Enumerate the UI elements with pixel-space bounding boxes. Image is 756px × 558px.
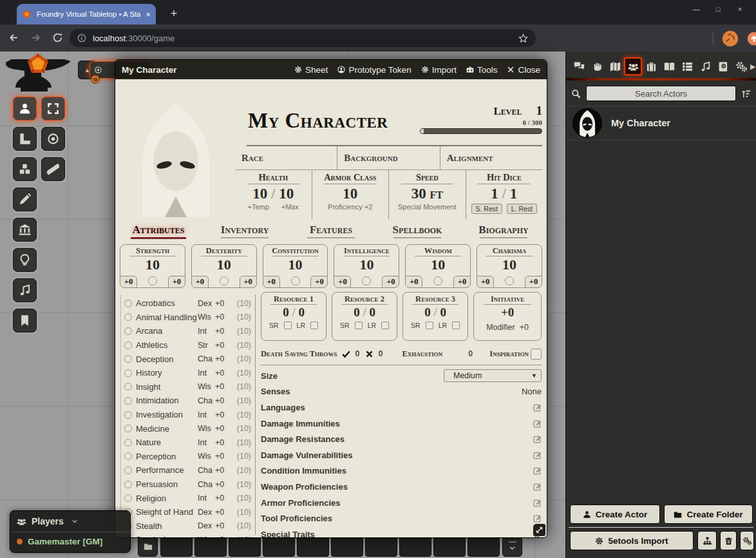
profile-avatar-icon[interactable] xyxy=(722,30,739,47)
short-rest-button[interactable]: S. Rest xyxy=(471,204,502,214)
hotbar-page-button[interactable] xyxy=(502,536,522,557)
scene-subtool-select[interactable] xyxy=(41,97,65,120)
scene-subtool-target[interactable] xyxy=(41,127,65,151)
bookmark-star-icon[interactable] xyxy=(518,34,528,43)
site-info-icon[interactable] xyxy=(77,34,86,43)
ability-proficiency-toggle[interactable] xyxy=(433,276,442,285)
skill-row[interactable]: Animal Handling Wis +0 (10) xyxy=(124,311,251,325)
ability-score[interactable]: 10 xyxy=(192,256,256,273)
ability-mod[interactable]: +0 xyxy=(382,276,399,288)
skill-row[interactable]: Performance Cha +0 (10) xyxy=(124,463,251,477)
sidebar-tab-actors[interactable] xyxy=(624,57,642,75)
new-tab-button[interactable]: + xyxy=(166,6,182,21)
skill-proficiency-toggle[interactable] xyxy=(124,383,132,390)
skill-row[interactable]: Acrobatics Dex +0 (10) xyxy=(124,296,251,311)
header-button-tools[interactable]: Tools xyxy=(466,65,498,75)
ability-proficiency-toggle[interactable] xyxy=(362,276,371,285)
long-rest-button[interactable]: L. Rest xyxy=(507,204,537,214)
macro-slot[interactable] xyxy=(297,536,329,557)
scene-tool-notes[interactable] xyxy=(13,309,37,332)
edit-icon[interactable] xyxy=(533,483,542,491)
ability-save[interactable]: +0 xyxy=(405,276,422,288)
skill-row[interactable]: Survival Wis +0 (10) xyxy=(124,533,251,538)
sidebar-collapse-icon[interactable]: ▶ xyxy=(750,63,755,71)
delete-button[interactable] xyxy=(720,531,737,550)
inspiration-checkbox[interactable] xyxy=(531,349,542,360)
skill-proficiency-toggle[interactable] xyxy=(124,397,132,405)
scene-tool-tiles[interactable] xyxy=(13,157,37,181)
macro-slot[interactable] xyxy=(365,536,397,557)
create-actor-button[interactable]: Create Actor xyxy=(570,505,660,524)
ability-save[interactable]: +0 xyxy=(334,276,351,288)
skill-row[interactable]: Insight Wis +0 (10) xyxy=(124,380,251,394)
header-button-close[interactable]: Close xyxy=(507,65,540,75)
sidebar-tab-tables[interactable] xyxy=(678,57,696,75)
actor-list-item[interactable]: My Character xyxy=(566,106,756,140)
field-race[interactable]: Race xyxy=(235,146,337,169)
ability-mod[interactable]: +0 xyxy=(453,276,471,288)
reload-button[interactable] xyxy=(52,32,63,43)
ability-score[interactable]: 10 xyxy=(477,256,542,273)
sidebar-tab-combat[interactable] xyxy=(588,57,606,75)
macro-folder-button[interactable] xyxy=(138,536,158,557)
death-failure-icon[interactable] xyxy=(365,350,373,358)
settings-button[interactable] xyxy=(740,531,754,550)
macro-slot[interactable] xyxy=(194,536,227,557)
character-name[interactable]: My Character xyxy=(248,101,388,145)
death-success-icon[interactable] xyxy=(342,350,350,358)
sidebar-tab-chat[interactable] xyxy=(570,57,588,75)
back-button[interactable] xyxy=(8,32,19,43)
skill-row[interactable]: Investigation Int +0 (10) xyxy=(124,408,251,422)
field-background[interactable]: Background xyxy=(337,146,440,169)
players-header[interactable]: Players xyxy=(10,511,130,532)
macro-slot[interactable] xyxy=(468,536,500,557)
sort-icon[interactable] xyxy=(741,89,751,99)
field-alignment[interactable]: Alignment xyxy=(440,146,542,169)
ability-save[interactable]: +0 xyxy=(120,276,137,288)
tab-close-icon[interactable]: × xyxy=(146,10,151,19)
ability-score[interactable]: 10 xyxy=(334,256,399,273)
sheet-tab-features[interactable]: Features xyxy=(288,222,374,243)
sidebar-tab-scenes[interactable] xyxy=(606,57,624,75)
scene-tool-measure[interactable] xyxy=(13,127,37,151)
xp-text[interactable]: 0 / 300 xyxy=(420,119,542,126)
skill-proficiency-toggle[interactable] xyxy=(124,481,132,488)
window-header[interactable]: My Character SheetPrototype TokenImportT… xyxy=(115,60,547,79)
skill-proficiency-toggle[interactable] xyxy=(124,369,132,377)
sidebar-tab-playlists[interactable] xyxy=(696,57,714,75)
edit-icon[interactable] xyxy=(533,451,542,459)
ability-mod[interactable]: +0 xyxy=(240,276,257,288)
ability-save[interactable]: +0 xyxy=(191,276,209,288)
skill-proficiency-toggle[interactable] xyxy=(124,327,132,335)
ability-score[interactable]: 10 xyxy=(263,256,328,273)
5etools-import-button[interactable]: 5etools Import xyxy=(570,531,694,550)
skill-proficiency-toggle[interactable] xyxy=(124,313,132,321)
death-success-count[interactable]: 0 xyxy=(355,349,360,358)
skill-row[interactable]: Deception Cha +0 (10) xyxy=(124,352,251,366)
skill-row[interactable]: Religion Int +0 (10) xyxy=(124,491,251,505)
skill-proficiency-toggle[interactable] xyxy=(124,300,132,307)
ability-mod[interactable]: +0 xyxy=(525,276,542,288)
search-input[interactable] xyxy=(586,86,736,101)
ability-proficiency-toggle[interactable] xyxy=(148,276,157,285)
macro-slot[interactable] xyxy=(399,536,431,557)
skill-proficiency-toggle[interactable] xyxy=(124,355,132,363)
lr-checkbox[interactable] xyxy=(452,322,460,329)
sidebar-tab-settings[interactable] xyxy=(732,57,750,75)
sr-checkbox[interactable] xyxy=(426,322,433,329)
ability-mod[interactable]: +0 xyxy=(310,276,328,288)
edit-icon[interactable] xyxy=(533,467,542,475)
skill-row[interactable]: Nature Int +0 (10) xyxy=(124,436,251,450)
header-button-sheet[interactable]: Sheet xyxy=(294,65,328,75)
size-select[interactable]: Medium▼ xyxy=(444,369,542,382)
lr-checkbox[interactable] xyxy=(310,322,318,329)
browser-tab[interactable]: Foundry Virtual Tabletop • A Stan × xyxy=(17,4,156,24)
scene-tool-drawings[interactable] xyxy=(13,188,37,211)
macro-slot[interactable] xyxy=(331,536,363,557)
temp-hp-label[interactable]: +Temp xyxy=(247,203,269,211)
ability-save[interactable]: +0 xyxy=(477,276,494,288)
skill-row[interactable]: Medicine Wis +0 (10) xyxy=(124,421,251,436)
sr-checkbox[interactable] xyxy=(355,322,363,329)
sidebar-tab-journal[interactable] xyxy=(660,57,678,75)
edit-icon[interactable] xyxy=(533,499,542,507)
